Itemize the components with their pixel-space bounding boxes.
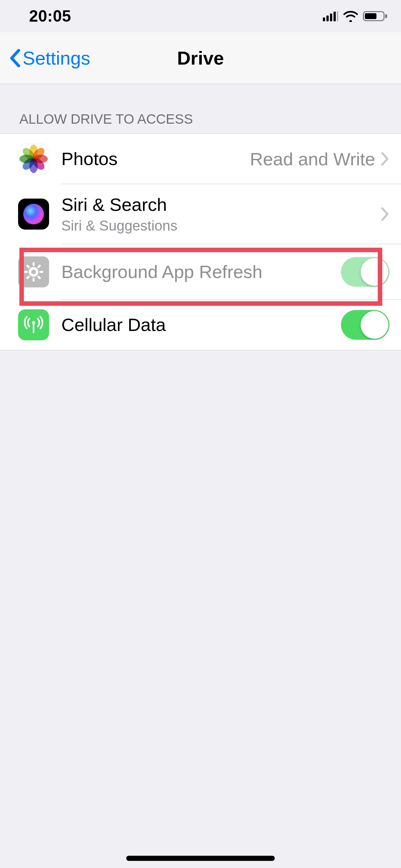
svg-rect-11	[24, 271, 28, 273]
antenna-icon	[18, 309, 49, 340]
svg-rect-2	[330, 13, 332, 21]
siri-icon	[18, 198, 49, 229]
section-header: ALLOW DRIVE TO ACCESS	[0, 84, 401, 133]
row-cellular-label: Cellular Data	[61, 314, 341, 336]
cellular-signal-icon	[323, 11, 338, 21]
chevron-right-icon	[381, 152, 390, 166]
toggle-cellular-data[interactable]	[341, 310, 390, 340]
row-photos-value: Read and Write	[250, 149, 375, 169]
svg-rect-4	[337, 11, 338, 21]
row-background-app-refresh: Background App Refresh	[0, 244, 401, 300]
back-button[interactable]: Settings	[0, 47, 90, 69]
svg-rect-1	[327, 16, 329, 21]
status-icons	[323, 10, 388, 22]
svg-point-8	[30, 268, 37, 275]
toggle-background-app-refresh[interactable]	[341, 257, 390, 287]
navigation-bar: Settings Drive	[0, 32, 401, 84]
wifi-icon	[343, 10, 359, 22]
photos-icon	[18, 144, 49, 175]
row-cellular-data: Cellular Data	[0, 300, 401, 350]
row-siri-label: Siri & Search	[61, 194, 381, 215]
battery-icon	[363, 10, 388, 22]
status-time: 20:05	[29, 7, 71, 26]
svg-rect-3	[334, 11, 336, 21]
row-bg-refresh-label: Background App Refresh	[61, 261, 341, 283]
svg-rect-12	[39, 271, 43, 273]
svg-rect-15	[26, 265, 30, 269]
svg-rect-16	[37, 275, 41, 280]
status-bar: 20:05	[0, 0, 401, 32]
home-indicator[interactable]	[126, 856, 275, 861]
svg-rect-0	[323, 18, 325, 21]
gear-icon	[18, 256, 49, 287]
row-photos-label: Photos	[61, 148, 250, 169]
svg-rect-10	[33, 278, 35, 282]
svg-rect-6	[385, 14, 387, 18]
svg-rect-9	[33, 262, 35, 266]
row-photos[interactable]: Photos Read and Write	[0, 134, 401, 184]
row-siri-sublabel: Siri & Suggestions	[61, 217, 381, 235]
page-title: Drive	[177, 47, 224, 69]
row-siri-search[interactable]: Siri & Search Siri & Suggestions	[0, 184, 401, 244]
back-button-label: Settings	[23, 47, 90, 69]
settings-rows: Photos Read and Write Siri & Search Siri…	[0, 133, 401, 350]
svg-rect-13	[37, 265, 41, 269]
chevron-right-icon	[381, 207, 390, 221]
svg-rect-7	[365, 13, 376, 19]
chevron-left-icon	[9, 49, 21, 68]
svg-rect-14	[26, 275, 30, 280]
